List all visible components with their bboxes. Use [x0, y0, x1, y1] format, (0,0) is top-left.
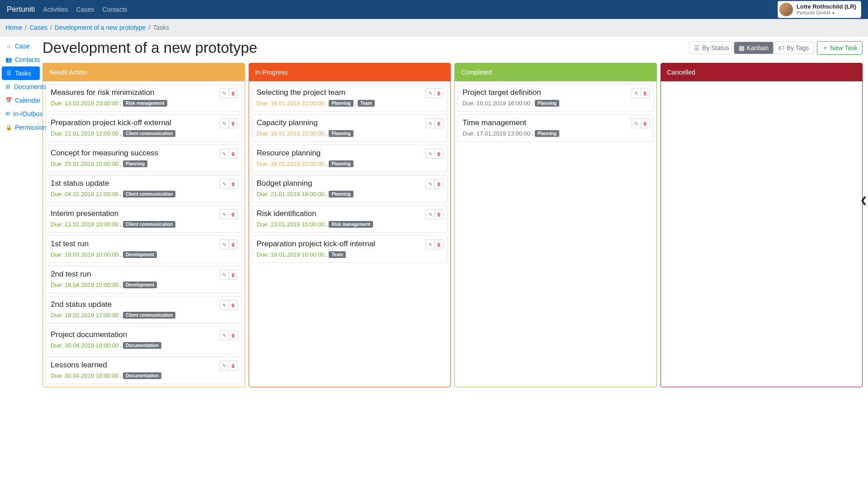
task-card[interactable]: Concept for measuring successDue: 25.01.…: [46, 145, 242, 172]
task-tag[interactable]: Planning: [329, 130, 353, 137]
delete-task-button[interactable]: 🗑: [229, 330, 238, 340]
task-card[interactable]: Lessons learnedDue: 30.04.2019 18:00:00 …: [46, 357, 242, 384]
view-by-status[interactable]: ☰By Status: [689, 42, 734, 54]
delete-task-button[interactable]: 🗑: [434, 118, 443, 128]
sidebar: ⌂Case👥Contacts☰Tasks🗎Documents📅Calendar✉…: [0, 37, 42, 396]
delete-task-button[interactable]: 🗑: [229, 149, 238, 159]
edit-task-button[interactable]: ✎: [425, 149, 434, 159]
breadcrumb-item[interactable]: Development of a new prototype: [55, 24, 146, 31]
delete-task-button[interactable]: 🗑: [641, 88, 650, 98]
delete-task-button[interactable]: 🗑: [641, 118, 650, 128]
task-card[interactable]: 1st test runDue: 18.03.2019 10:00:00 , D…: [46, 235, 242, 263]
delete-task-button[interactable]: 🗑: [229, 179, 238, 189]
edit-task-button[interactable]: ✎: [425, 118, 434, 128]
view-by-tags[interactable]: 🏷By Tags: [774, 42, 814, 54]
task-tag[interactable]: Documentation: [123, 342, 161, 349]
nav-cases[interactable]: Cases: [76, 6, 94, 13]
edit-task-button[interactable]: ✎: [425, 209, 434, 219]
edit-task-button[interactable]: ✎: [425, 179, 434, 189]
task-actions: ✎🗑: [220, 239, 238, 249]
edit-task-button[interactable]: ✎: [220, 179, 229, 189]
sidebar-item-tasks[interactable]: ☰Tasks: [2, 66, 40, 80]
user-menu[interactable]: Lotte Rothschild (LR) Pertuniti GmbH▼: [778, 1, 861, 18]
delete-task-button[interactable]: 🗑: [229, 88, 238, 98]
task-card[interactable]: Resource planningDue: 16.01.2019 22:00:0…: [252, 145, 448, 172]
edit-task-button[interactable]: ✎: [425, 239, 434, 249]
task-card[interactable]: 1st status updateDue: 04.02.2019 12:00:0…: [46, 175, 242, 202]
delete-task-button[interactable]: 🗑: [229, 270, 238, 280]
task-tag[interactable]: Development: [123, 251, 157, 258]
task-card[interactable]: Project documentationDue: 30.04.2019 18:…: [46, 326, 242, 354]
task-title: 1st test run: [51, 239, 237, 249]
task-title: Interim presentation: [51, 209, 237, 218]
delete-task-button[interactable]: 🗑: [229, 209, 238, 219]
delete-task-button[interactable]: 🗑: [229, 118, 238, 128]
task-tag[interactable]: Risk management: [123, 100, 167, 107]
task-card[interactable]: Measures for risk minimizationDue: 13.02…: [46, 84, 242, 112]
task-card[interactable]: Project target definitionDue: 16.01.2019…: [458, 84, 654, 112]
edit-task-button[interactable]: ✎: [425, 88, 434, 98]
breadcrumb-item[interactable]: Home: [5, 24, 22, 31]
task-tag[interactable]: Planning: [535, 130, 559, 137]
delete-task-button[interactable]: 🗑: [229, 361, 238, 371]
edit-task-button[interactable]: ✎: [220, 118, 229, 128]
task-tag[interactable]: Risk management: [329, 221, 373, 228]
task-card[interactable]: Selecting the project teamDue: 16.01.201…: [252, 84, 448, 112]
delete-task-button[interactable]: 🗑: [229, 300, 238, 310]
delete-task-button[interactable]: 🗑: [229, 239, 238, 249]
collapse-panel-handle[interactable]: ❮: [860, 195, 867, 205]
sidebar-item-contacts[interactable]: 👥Contacts: [2, 53, 40, 66]
sidebar-item-in-outbox[interactable]: ✉In-/Outbox: [2, 107, 40, 121]
delete-task-button[interactable]: 🗑: [434, 179, 443, 189]
delete-task-button[interactable]: 🗑: [434, 239, 443, 249]
task-tag[interactable]: Planning: [329, 160, 353, 167]
task-tag[interactable]: Client communication: [123, 221, 175, 228]
sidebar-item-documents[interactable]: 🗎Documents: [2, 80, 40, 94]
task-tag[interactable]: Planning: [123, 160, 147, 167]
nav-contacts[interactable]: Contacts: [102, 6, 127, 13]
edit-task-button[interactable]: ✎: [220, 239, 229, 249]
edit-task-button[interactable]: ✎: [220, 361, 229, 371]
task-tag[interactable]: Client communication: [123, 191, 175, 197]
task-card[interactable]: 2nd test runDue: 18.04.2019 10:00:00 , D…: [46, 266, 242, 293]
task-tag[interactable]: Planning: [329, 100, 353, 107]
task-tag[interactable]: Documentation: [123, 372, 161, 379]
edit-task-button[interactable]: ✎: [632, 118, 641, 128]
delete-task-button[interactable]: 🗑: [434, 88, 443, 98]
task-tag[interactable]: Team: [329, 251, 345, 258]
sidebar-item-permissions[interactable]: 🔒Permissions: [2, 121, 40, 134]
file-icon: 🗎: [5, 84, 11, 90]
edit-task-button[interactable]: ✎: [632, 88, 641, 98]
breadcrumb-item[interactable]: Cases: [29, 24, 47, 31]
task-card[interactable]: Preparation project kick-off internalDue…: [252, 235, 448, 263]
edit-task-button[interactable]: ✎: [220, 209, 229, 219]
task-tag[interactable]: Planning: [329, 191, 353, 197]
task-card[interactable]: Risk identificationDue: 23.01.2019 15:00…: [252, 205, 448, 233]
brand[interactable]: Pertuniti: [7, 5, 35, 14]
task-tag[interactable]: Client communication: [123, 130, 175, 137]
list-icon: ☰: [694, 44, 700, 52]
task-tag[interactable]: Development: [123, 282, 157, 288]
task-tag[interactable]: Client communication: [123, 312, 175, 319]
task-card[interactable]: Budget planningDue: 21.01.2019 18:00:00 …: [252, 175, 448, 202]
task-card[interactable]: Capacity planningDue: 16.01.2019 22:00:0…: [252, 114, 448, 142]
edit-task-button[interactable]: ✎: [220, 330, 229, 340]
task-due: Due: 18.04.2019 10:00:00: [51, 282, 118, 288]
view-kanban[interactable]: ▦Kanban: [734, 42, 774, 54]
task-card[interactable]: 2nd status updateDue: 18.02.2019 12:00:0…: [46, 296, 242, 324]
edit-task-button[interactable]: ✎: [220, 300, 229, 310]
new-task-button[interactable]: ＋New Task: [817, 41, 863, 55]
sidebar-item-calendar[interactable]: 📅Calendar: [2, 94, 40, 107]
task-card[interactable]: Interim presentationDue: 11.02.2019 15:0…: [46, 205, 242, 233]
task-card[interactable]: Time managementDue: 17.01.2019 13:00:00 …: [458, 114, 654, 142]
edit-task-button[interactable]: ✎: [220, 270, 229, 280]
edit-task-button[interactable]: ✎: [220, 149, 229, 159]
edit-task-button[interactable]: ✎: [220, 88, 229, 98]
task-card[interactable]: Preparation project kick-off externalDue…: [46, 114, 242, 142]
delete-task-button[interactable]: 🗑: [434, 149, 443, 159]
sidebar-item-case[interactable]: ⌂Case: [2, 39, 40, 53]
task-tag[interactable]: Planning: [535, 100, 559, 107]
nav-activities[interactable]: Activities: [43, 6, 68, 13]
delete-task-button[interactable]: 🗑: [434, 209, 443, 219]
task-tag[interactable]: Team: [358, 100, 374, 107]
